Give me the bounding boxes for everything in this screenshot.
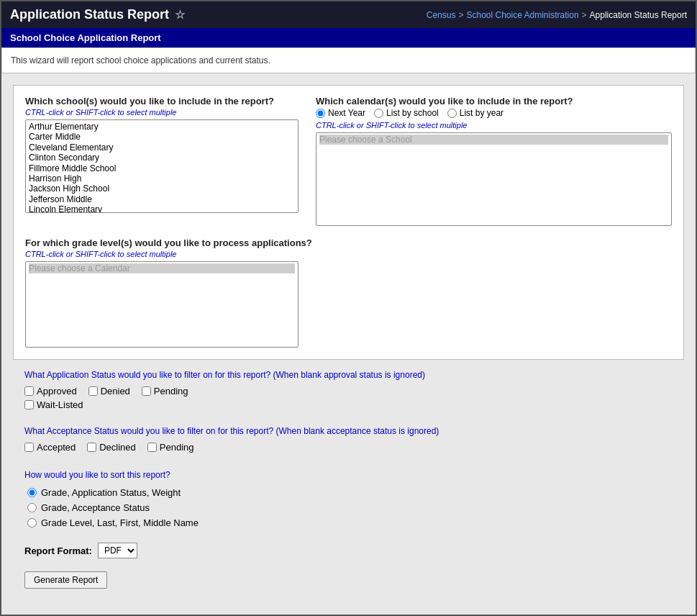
acc-status-checkboxes: Accepted Declined Pending <box>24 442 673 453</box>
school-option[interactable]: Fillmore Middle School <box>29 163 295 173</box>
radio-list-year[interactable] <box>447 109 457 118</box>
accepted-label[interactable]: Accepted <box>24 442 76 453</box>
format-section: Report Format: PDF XLS CSV <box>13 535 684 566</box>
acc-status-section: What Acceptance Status would you like to… <box>13 423 684 463</box>
radio-next-year[interactable] <box>316 109 325 118</box>
sort-grade-name-radio[interactable] <box>27 518 37 527</box>
breadcrumb-sep2: > <box>582 10 587 20</box>
schools-select[interactable]: Arthur Elementary Carter Middle Clevelan… <box>25 119 299 213</box>
grade-placeholder: Please choose a Calendar <box>29 263 295 273</box>
breadcrumb-census[interactable]: Census <box>427 10 456 20</box>
breadcrumb: Census > School Choice Administration > … <box>427 10 687 20</box>
format-label: Report Format: <box>24 545 92 556</box>
sort-grade-name-label[interactable]: Grade Level, Last, First, Middle Name <box>27 517 673 528</box>
waitlisted-checkbox[interactable] <box>24 400 34 409</box>
pending-acc-checkbox[interactable] <box>147 443 157 452</box>
calendar-placeholder: Please choose a School <box>319 135 668 145</box>
intro-text: This wizard will report school choice ap… <box>1 47 696 73</box>
sort-grade-app-weight-label[interactable]: Grade, Application Status, Weight <box>27 487 673 498</box>
format-select[interactable]: PDF XLS CSV <box>98 543 137 558</box>
title-bar: Application Status Report ☆ Census > Sch… <box>1 1 696 28</box>
section-header: School Choice Application Report <box>1 28 696 47</box>
sort-section: How would you like to sort this report? … <box>13 463 684 535</box>
radio-list-school-label[interactable]: List by school <box>374 108 439 118</box>
app-status-checkboxes-row2: Wait-Listed <box>24 399 673 410</box>
school-option[interactable]: Harrison High <box>29 173 295 184</box>
approved-label[interactable]: Approved <box>24 386 77 397</box>
calendars-label: Which calendar(s) would you like to incl… <box>316 96 672 107</box>
breadcrumb-school-choice[interactable]: School Choice Administration <box>466 10 578 20</box>
calendar-radio-row: Next Year List by school List by year <box>316 108 672 118</box>
favorite-icon[interactable]: ☆ <box>175 8 185 22</box>
waitlisted-label[interactable]: Wait-Listed <box>24 399 83 410</box>
sort-grade-app-weight-radio[interactable] <box>27 488 37 497</box>
pending-app-checkbox[interactable] <box>142 386 151 396</box>
school-option[interactable]: Jefferson Middle <box>29 194 295 204</box>
school-option[interactable]: Jackson High School <box>29 184 295 194</box>
acc-status-question: What Acceptance Status would you like to… <box>24 426 673 436</box>
radio-list-school[interactable] <box>374 109 383 118</box>
pending-app-label[interactable]: Pending <box>142 386 188 397</box>
pending-acc-label[interactable]: Pending <box>147 442 194 453</box>
schools-hint: CTRL-click or SHIFT-click to select mult… <box>25 108 299 117</box>
school-option[interactable]: Lincoln Elementary <box>29 204 295 213</box>
sort-options: Grade, Application Status, Weight Grade,… <box>27 487 673 528</box>
generate-report-button[interactable]: Generate Report <box>24 571 107 589</box>
app-status-question: What Application Status would you like t… <box>24 370 673 380</box>
generate-section: Generate Report <box>13 566 684 600</box>
app-status-checkboxes: Approved Denied Pending <box>24 386 673 397</box>
grade-hint: CTRL-click or SHIFT-click to select mult… <box>25 250 672 258</box>
page-title: Application Status Report <box>10 7 169 22</box>
sort-grade-acc-radio[interactable] <box>27 503 37 512</box>
school-option[interactable]: Arthur Elementary <box>29 122 295 132</box>
grade-label: For which grade level(s) would you like … <box>25 237 672 248</box>
denied-checkbox[interactable] <box>88 386 98 396</box>
calendars-hint: CTRL-click or SHIFT-click to select mult… <box>316 121 672 130</box>
grade-select[interactable]: Please choose a Calendar <box>25 261 299 348</box>
school-option[interactable]: Carter Middle <box>29 132 295 142</box>
breadcrumb-current: Application Status Report <box>590 10 687 20</box>
schools-label: Which school(s) would you like to includ… <box>25 96 299 107</box>
calendars-select[interactable]: Please choose a School <box>316 132 672 226</box>
declined-label[interactable]: Declined <box>87 442 136 453</box>
sort-question: How would you like to sort this report? <box>24 470 673 480</box>
school-option[interactable]: Cleveland Elementary <box>29 142 295 153</box>
declined-checkbox[interactable] <box>87 443 96 452</box>
school-option[interactable]: Clinton Secondary <box>29 153 295 163</box>
breadcrumb-sep1: > <box>458 10 463 20</box>
approved-checkbox[interactable] <box>24 386 34 396</box>
radio-next-year-label[interactable]: Next Year <box>316 108 365 118</box>
app-status-section: What Application Status would you like t… <box>13 363 684 420</box>
denied-label[interactable]: Denied <box>88 386 130 397</box>
accepted-checkbox[interactable] <box>24 443 34 452</box>
radio-list-year-label[interactable]: List by year <box>447 108 504 118</box>
sort-grade-acc-label[interactable]: Grade, Acceptance Status <box>27 502 673 513</box>
